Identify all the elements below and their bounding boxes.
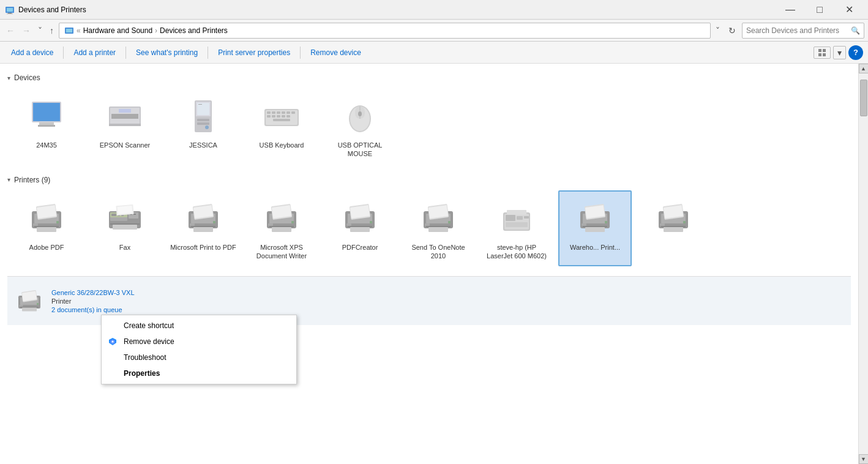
context-create-shortcut[interactable]: Create shortcut (102, 318, 296, 334)
scroll-down-button[interactable]: ▼ (859, 454, 869, 464)
printer-icon-pdfcreator (338, 196, 382, 241)
path-icon (64, 26, 74, 36)
drive-icon (181, 94, 225, 138)
svg-rect-51 (34, 226, 59, 227)
printer-fax[interactable]: Fax (88, 190, 162, 267)
svg-rect-30 (277, 111, 280, 114)
add-device-button[interactable]: Add a device (5, 44, 59, 61)
devices-section-title: Devices (14, 73, 40, 82)
status-type: Printer (51, 297, 135, 305)
close-button[interactable]: ✕ (835, 0, 863, 20)
svg-rect-33 (291, 111, 295, 114)
main-content: ▾ Devices 24M35 (0, 64, 868, 464)
svg-rect-32 (286, 111, 290, 114)
print-server-button[interactable]: Print server properties (212, 44, 296, 61)
context-remove-device[interactable]: Remove device (102, 334, 296, 350)
view-dropdown-button[interactable]: ▾ (833, 46, 846, 59)
back-button[interactable]: ← (4, 24, 17, 37)
device-item-24m35[interactable]: 24M35 (10, 88, 83, 165)
svg-rect-13 (38, 125, 55, 127)
svg-rect-50 (56, 221, 59, 223)
dropdown-path-button[interactable]: ˅ (713, 24, 722, 37)
status-queue[interactable]: 2 document(s) in queue (51, 306, 135, 313)
svg-rect-23 (197, 122, 209, 125)
svg-rect-104 (507, 210, 526, 215)
help-button[interactable]: ? (848, 45, 863, 60)
dropdown-button[interactable]: ˅ (36, 24, 45, 37)
svg-rect-86 (346, 223, 351, 226)
svg-rect-81 (272, 227, 291, 232)
svg-rect-112 (585, 227, 605, 232)
svg-rect-7 (823, 49, 826, 52)
printer-onenote[interactable]: Send To OneNote 2010 (402, 190, 475, 267)
context-troubleshoot-label: Troubleshoot (124, 353, 166, 362)
svg-rect-12 (39, 122, 54, 125)
svg-rect-79 (291, 221, 294, 223)
printer-adobe-pdf[interactable]: Adobe PDF (10, 190, 83, 267)
device-item-keyboard[interactable]: USB Keyboard (245, 88, 318, 165)
search-input[interactable] (746, 26, 848, 35)
svg-rect-78 (268, 223, 273, 226)
svg-rect-127 (20, 307, 39, 308)
printer-extra[interactable] (637, 190, 710, 267)
breadcrumb-parent[interactable]: Hardware and Sound (83, 26, 152, 35)
svg-rect-62 (110, 223, 140, 225)
devices-section-header[interactable]: ▾ Devices (7, 72, 851, 83)
svg-rect-110 (605, 221, 607, 223)
maximize-button[interactable]: □ (806, 0, 834, 20)
toolbar-separator-4 (300, 47, 301, 59)
device-item-jessica[interactable]: JESSICA (166, 88, 240, 165)
svg-rect-5 (66, 29, 72, 32)
printers-section-header[interactable]: ▾ Printers (9) (7, 174, 851, 185)
window-title: Devices and Printers (18, 6, 776, 14)
context-properties[interactable]: Properties (102, 365, 296, 381)
context-remove-device-label: Remove device (124, 337, 174, 346)
add-printer-button[interactable]: Add a printer (67, 44, 122, 61)
printer-ms-pdf[interactable]: Microsoft Print to PDF (166, 190, 240, 267)
device-item-mouse[interactable]: USB OPTICAL MOUSE (323, 88, 397, 165)
refresh-button[interactable]: ↻ (725, 24, 739, 37)
svg-rect-65 (118, 206, 133, 214)
toolbar: Add a device Add a printer See what's pr… (0, 42, 868, 64)
svg-rect-73 (193, 227, 213, 232)
svg-rect-119 (661, 226, 686, 227)
printers-toggle-icon: ▾ (7, 176, 10, 183)
minimize-button[interactable]: — (776, 0, 804, 20)
window-controls: — □ ✕ (776, 0, 863, 20)
forward-button[interactable]: → (20, 24, 33, 37)
printers-section-title: Printers (9) (14, 176, 50, 184)
svg-rect-71 (213, 221, 215, 223)
printer-icon-adobe (24, 196, 69, 241)
devices-grid: 24M35 EPSON Scanner (7, 88, 851, 165)
toolbar-separator-2 (125, 47, 126, 59)
mouse-icon (338, 94, 382, 138)
up-button[interactable]: ↑ (47, 24, 56, 37)
svg-rect-1 (7, 8, 13, 12)
view-button[interactable] (814, 47, 831, 59)
printer-warehouse[interactable]: Wareho... Print... (558, 190, 632, 267)
window-icon (5, 5, 15, 15)
printer-ms-xps[interactable]: Microsoft XPS Document Writer (245, 190, 318, 267)
scroll-track (859, 73, 868, 454)
printer-pdfcreator[interactable]: PDFCreator (323, 190, 397, 267)
scroll-thumb[interactable] (860, 80, 867, 116)
see-printing-button[interactable]: See what's printing (130, 44, 204, 61)
device-name-mouse: USB OPTICAL MOUSE (327, 141, 393, 159)
title-bar: Devices and Printers — □ ✕ (0, 0, 868, 20)
toolbar-separator-1 (63, 47, 64, 59)
svg-rect-94 (425, 223, 430, 226)
svg-rect-8 (818, 53, 821, 56)
svg-rect-3 (7, 13, 13, 14)
context-troubleshoot[interactable]: Troubleshoot (102, 350, 296, 365)
status-model[interactable]: Generic 36/28/22BW-3 VXL (51, 289, 135, 296)
svg-rect-126 (37, 303, 39, 305)
remove-device-toolbar-button[interactable]: Remove device (304, 44, 367, 61)
device-name-jessica: JESSICA (189, 141, 217, 149)
svg-rect-100 (506, 215, 515, 221)
device-item-epson[interactable]: EPSON Scanner (88, 88, 162, 165)
scroll-up-button[interactable]: ▲ (859, 64, 869, 73)
toolbar-separator-3 (208, 47, 208, 59)
printer-steve-hp[interactable]: steve-hp (HP LaserJet 600 M602) (480, 190, 553, 267)
device-name-24m35: 24M35 (36, 141, 57, 149)
search-box: 🔍 (742, 23, 864, 39)
